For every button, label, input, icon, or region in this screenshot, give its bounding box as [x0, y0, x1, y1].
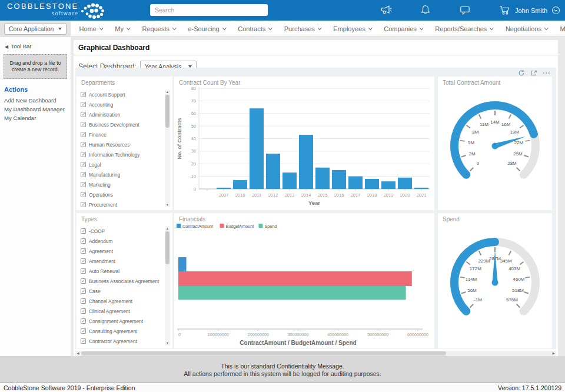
department-checkbox[interactable]: [81, 132, 86, 137]
megaphone-icon[interactable]: [380, 4, 393, 16]
department-checkbox[interactable]: [81, 182, 86, 187]
svg-text:403M: 403M: [508, 266, 520, 271]
actions-list: Add New DashboardMy Dashboard ManagerMy …: [0, 96, 71, 122]
search-input[interactable]: [150, 4, 268, 16]
nav-item-contracts[interactable]: Contracts: [232, 21, 278, 37]
scroll-down-icon[interactable]: ▼: [165, 341, 170, 346]
list-item: Manufacturing: [81, 170, 162, 180]
svg-text:ContractAmount: ContractAmount: [182, 224, 213, 229]
toolbar-toggle[interactable]: ◀ Tool Bar: [0, 37, 71, 53]
type-checkbox[interactable]: [81, 258, 86, 264]
type-label: Consulting Agreement: [89, 328, 137, 334]
type-label: Channel Agreement: [89, 298, 132, 304]
financials-chart: ContractAmountBudgetAmountSpend010000000…: [174, 221, 434, 348]
scrollbar-thumb[interactable]: [165, 95, 170, 128]
department-checkbox[interactable]: [81, 162, 86, 167]
svg-text:460M: 460M: [513, 277, 524, 282]
nav-item-label: Employees: [333, 25, 365, 32]
department-checkbox[interactable]: [81, 192, 86, 197]
list-item: Contractor Agreement: [81, 336, 162, 346]
types-scrollbar[interactable]: ▲ ▼: [165, 226, 170, 346]
more-icon[interactable]: ···: [543, 71, 551, 75]
svg-text:576M: 576M: [506, 297, 518, 303]
nav-item-label: Manage/Setup: [560, 25, 565, 32]
scroll-left-icon[interactable]: ◀: [75, 351, 81, 356]
scroll-up-icon[interactable]: ▲: [165, 89, 170, 94]
list-item: Consulting Agreement: [81, 326, 162, 336]
svg-text:60: 60: [191, 111, 196, 116]
type-checkbox[interactable]: [81, 318, 86, 324]
bell-icon[interactable]: [419, 4, 432, 16]
type-checkbox[interactable]: [81, 308, 86, 314]
departments-scrollbar[interactable]: ▲ ▼: [165, 89, 170, 207]
chevron-down-icon: [268, 26, 272, 29]
type-checkbox[interactable]: [81, 298, 86, 304]
list-item: Account Support: [81, 89, 162, 99]
nav-item-manage-setup[interactable]: Manage/Setup: [554, 21, 565, 37]
nav-item-home[interactable]: Home: [73, 21, 109, 37]
list-item: Case: [81, 286, 162, 296]
list-item: Channel Agreement: [81, 296, 162, 306]
type-checkbox[interactable]: [81, 288, 86, 294]
type-checkbox[interactable]: [81, 328, 86, 334]
type-checkbox[interactable]: [81, 228, 86, 234]
department-checkbox[interactable]: [81, 92, 86, 97]
nav-item-negotiations[interactable]: Negotiations: [499, 21, 554, 37]
expand-icon[interactable]: [530, 69, 537, 77]
nav-item-label: Companies: [384, 25, 417, 32]
department-checkbox[interactable]: [81, 202, 86, 207]
svg-text:0: 0: [194, 187, 196, 192]
type-checkbox[interactable]: [81, 268, 86, 274]
action-link-my-dashboard-manager[interactable]: My Dashboard Manager: [0, 105, 71, 114]
scroll-down-icon[interactable]: ▼: [165, 202, 170, 207]
action-link-add-new-dashboard[interactable]: Add New Dashboard: [0, 96, 71, 105]
dropzone[interactable]: Drag and drop a file to create a new rec…: [4, 54, 67, 79]
type-checkbox[interactable]: [81, 238, 86, 244]
list-item: Operations: [81, 190, 162, 200]
horizontal-scrollbar[interactable]: ◀ ▶: [75, 351, 556, 356]
department-checkbox[interactable]: [81, 102, 86, 107]
svg-text:300000000: 300000000: [288, 332, 309, 337]
nav-item-companies[interactable]: Companies: [378, 21, 429, 37]
nav-item-employees[interactable]: Employees: [327, 21, 378, 37]
financials-panel: Financials ContractAmountBudgetAmountSpe…: [174, 213, 434, 348]
nav-item-requests[interactable]: Requests: [136, 21, 182, 37]
user-menu[interactable]: John Smith: [515, 0, 560, 21]
svg-text:2013: 2013: [285, 192, 295, 198]
scroll-up-icon[interactable]: ▲: [165, 226, 170, 231]
logo[interactable]: COBBLESTONE software: [7, 2, 105, 19]
department-label: Information Technology: [89, 152, 139, 158]
type-label: Business Associates Agreement: [89, 278, 159, 284]
svg-text:229M: 229M: [478, 258, 490, 264]
scroll-right-icon[interactable]: ▶: [551, 351, 556, 356]
type-checkbox[interactable]: [81, 248, 86, 254]
department-label: Account Support: [89, 92, 125, 98]
department-checkbox[interactable]: [81, 142, 86, 147]
chevron-down-icon: [99, 26, 103, 29]
cart-icon[interactable]: [498, 4, 511, 16]
scrollbar-thumb[interactable]: [165, 231, 170, 264]
nav-item-my[interactable]: My: [109, 21, 136, 37]
refresh-icon[interactable]: [518, 69, 525, 77]
chat-icon[interactable]: [458, 4, 471, 16]
nav-item-purchases[interactable]: Purchases: [278, 21, 327, 37]
action-link-my-calendar[interactable]: My Calendar: [0, 114, 71, 122]
department-checkbox[interactable]: [81, 172, 86, 177]
department-checkbox[interactable]: [81, 122, 86, 127]
scrollbar-thumb[interactable]: [81, 351, 446, 356]
nav-item-e-sourcing[interactable]: e-Sourcing: [182, 21, 232, 37]
nav-item-reports-searches[interactable]: Reports/Searches: [429, 21, 500, 37]
type-checkbox[interactable]: [81, 278, 86, 284]
departments-title: Departments: [77, 77, 172, 87]
type-label: Clinical Agreement: [89, 308, 130, 314]
svg-text:11M: 11M: [480, 122, 488, 127]
department-checkbox[interactable]: [81, 152, 86, 157]
svg-text:2020: 2020: [400, 192, 410, 198]
type-checkbox[interactable]: [81, 338, 86, 344]
nav-item-label: e-Sourcing: [188, 25, 220, 32]
svg-text:2010: 2010: [235, 192, 245, 198]
app-select[interactable]: Core Application: [4, 23, 67, 35]
svg-text:345M: 345M: [500, 258, 512, 264]
department-label: Operations: [89, 192, 113, 198]
department-checkbox[interactable]: [81, 112, 86, 117]
